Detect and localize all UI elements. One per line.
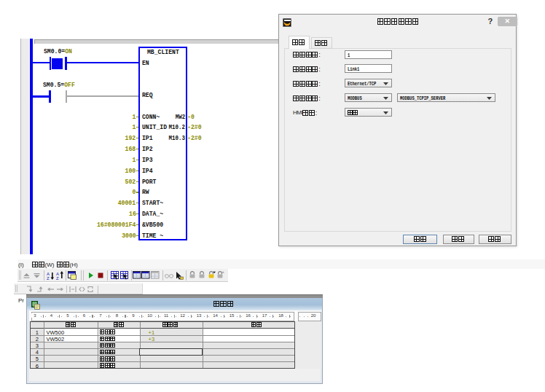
svg-text:Z: Z bbox=[56, 275, 59, 280]
svg-text:Z: Z bbox=[47, 275, 50, 280]
